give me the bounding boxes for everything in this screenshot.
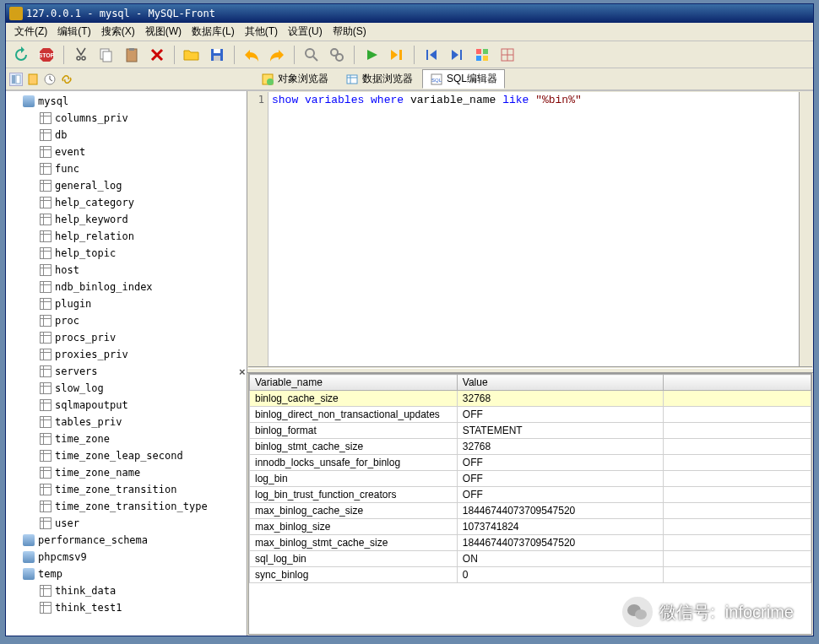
tree-item-user[interactable]: user [6,515,247,532]
tree-item-time_zone_leap_second[interactable]: time_zone_leap_second [6,447,247,464]
tree-item-temp[interactable]: temp [6,566,247,582]
tree-item-general_log[interactable]: general_log [6,177,247,194]
last-icon[interactable] [447,45,467,65]
tree-item-think_data[interactable]: think_data [6,582,247,599]
tree-item-time_zone[interactable]: time_zone [6,430,247,447]
grid2-icon[interactable] [497,45,518,65]
tree-item-servers[interactable]: servers [6,363,247,380]
paste-icon[interactable] [122,45,142,65]
cell-value[interactable]: OFF [457,455,664,471]
cell-variable-name[interactable]: binlog_direct_non_transactional_updates [250,407,458,423]
save-icon[interactable] [207,45,227,65]
sql-editor-area[interactable]: 1 show variables where variable_name lik… [248,92,812,367]
result-row[interactable]: max_binlog_cache_size1844674407370954752… [250,503,811,519]
menu-search[interactable]: 搜索(X) [96,23,140,41]
cell-value[interactable]: OFF [457,487,664,503]
result-row[interactable]: max_binlog_stmt_cache_size18446744073709… [250,535,811,551]
delete-icon[interactable] [147,45,167,65]
run-step-icon[interactable] [387,45,407,65]
col-variable-name[interactable]: Variable_name [250,375,458,391]
menu-other[interactable]: 其他(T) [240,23,283,41]
cell-variable-name[interactable]: log_bin [250,471,458,487]
refresh-icon[interactable] [11,45,31,65]
cell-variable-name[interactable]: binlog_stmt_cache_size [250,439,458,455]
open-icon[interactable] [182,45,202,65]
tree-item-sqlmapoutput[interactable]: sqlmapoutput [6,397,247,414]
undo-icon[interactable] [241,45,262,65]
cell-value[interactable]: 1073741824 [457,519,664,535]
menu-settings[interactable]: 设置(U) [283,23,328,41]
tree-item-tables_priv[interactable]: tables_priv [6,414,247,430]
result-row[interactable]: max_binlog_size1073741824 [250,519,811,535]
tree-item-help_category[interactable]: help_category [6,194,247,211]
editor-scrollbar[interactable] [799,92,812,366]
tab-sql-editor[interactable]: SQL SQL编辑器 [422,69,505,89]
tree-item-columns_priv[interactable]: columns_priv [6,110,247,127]
cell-value[interactable]: OFF [457,471,664,487]
result-row[interactable]: sql_log_binON [250,551,811,567]
cell-variable-name[interactable]: binlog_cache_size [250,391,458,407]
tree-toggle-icon[interactable] [9,73,23,86]
grid-icon[interactable] [472,45,492,65]
tree-item-time_zone_name[interactable]: time_zone_name [6,464,247,481]
find-icon[interactable] [301,45,322,65]
result-row[interactable]: binlog_stmt_cache_size32768 [250,439,811,455]
cell-variable-name[interactable]: log_bin_trust_function_creators [250,487,458,503]
cell-value[interactable]: STATEMENT [457,423,664,439]
result-row[interactable]: binlog_cache_size32768 [250,391,811,407]
menu-help[interactable]: 帮助(S) [328,23,372,41]
first-icon[interactable] [421,45,442,65]
result-row[interactable]: log_binOFF [250,471,811,487]
menu-edit[interactable]: 编辑(T) [52,23,95,41]
cell-variable-name[interactable]: innodb_locks_unsafe_for_binlog [250,455,458,471]
tree-item-help_relation[interactable]: help_relation [6,228,247,245]
tree-panel[interactable]: mysqlcolumns_privdbeventfuncgeneral_logh… [6,91,247,636]
cell-value[interactable]: OFF [457,407,664,423]
result-row[interactable]: binlog_direct_non_transactional_updatesO… [250,407,811,423]
cell-value[interactable]: 0 [457,567,664,583]
result-grid[interactable]: Variable_name Value binlog_cache_size327… [248,373,812,635]
cell-variable-name[interactable]: sql_log_bin [250,551,458,567]
menu-file[interactable]: 文件(Z) [9,23,52,41]
cell-variable-name[interactable]: sync_binlog [250,567,458,583]
editor-code[interactable]: show variables where variable_name like … [268,92,799,366]
tree-item-ndb_binlog_index[interactable]: ndb_binlog_index [6,279,247,295]
cell-value[interactable]: ON [457,551,664,567]
tree-item-help_keyword[interactable]: help_keyword [6,211,247,228]
result-row[interactable]: sync_binlog0 [250,567,811,583]
result-row[interactable]: binlog_formatSTATEMENT [250,423,811,439]
bookmark-icon[interactable] [26,73,40,86]
cell-variable-name[interactable]: max_binlog_cache_size [250,503,458,519]
cell-value[interactable]: 32768 [457,391,664,407]
titlebar[interactable]: 127.0.0.1 - mysql - MySQL-Front [6,4,813,23]
tree-item-phpcmsv9[interactable]: phpcmsv9 [6,549,247,566]
tree-item-proxies_priv[interactable]: proxies_priv [6,346,247,363]
redo-icon[interactable] [267,45,287,65]
cell-value[interactable]: 18446744073709547520 [457,535,664,551]
tree-item-think_test1[interactable]: think_test1 [6,599,247,616]
tree-item-event[interactable]: event [6,143,247,160]
menu-database[interactable]: 数据库(L) [187,23,240,41]
tree-item-time_zone_transition[interactable]: time_zone_transition [6,481,247,498]
tree-item-db[interactable]: db [6,127,247,143]
cell-variable-name[interactable]: max_binlog_stmt_cache_size [250,535,458,551]
tree-item-plugin[interactable]: plugin [6,295,247,312]
cut-icon[interactable] [71,45,91,65]
replace-icon[interactable] [327,45,347,65]
tab-data-browser[interactable]: 数据浏览器 [338,69,420,89]
cell-value[interactable]: 32768 [457,439,664,455]
cell-value[interactable]: 18446744073709547520 [457,503,664,519]
stop-icon[interactable]: STOP [36,45,57,65]
close-panel-icon[interactable]: × [239,365,246,378]
tree-item-procs_priv[interactable]: procs_priv [6,329,247,346]
result-row[interactable]: log_bin_trust_function_creatorsOFF [250,487,811,503]
tree-item-host[interactable]: host [6,262,247,279]
tree-item-mysql[interactable]: mysql [6,93,247,110]
result-row[interactable]: innodb_locks_unsafe_for_binlogOFF [250,455,811,471]
tree-item-slow_log[interactable]: slow_log [6,380,247,397]
copy-icon[interactable] [96,45,117,65]
col-value[interactable]: Value [457,375,664,391]
tab-object-browser[interactable]: 对象浏览器 [253,69,336,89]
horizontal-splitter[interactable]: × [247,368,813,373]
tree-item-help_topic[interactable]: help_topic [6,245,247,262]
